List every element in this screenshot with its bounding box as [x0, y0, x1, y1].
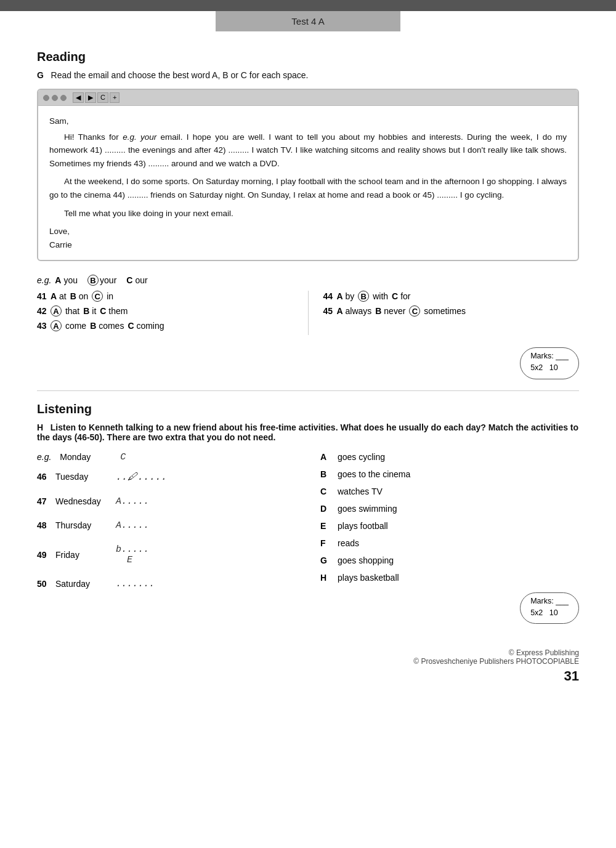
nav-back[interactable]: ◀	[73, 92, 84, 103]
listening-marks-denom: 5x2 10	[530, 608, 557, 617]
answer-41-row: 41 A at B on C in	[37, 291, 293, 302]
listening-letter: H	[37, 422, 43, 432]
match-46-answer: ..🖊.....	[116, 471, 167, 483]
nav-buttons: ◀ ▶ C +	[73, 92, 120, 103]
match-49-day: Friday	[55, 550, 111, 560]
match-eg-answer: C	[120, 452, 126, 462]
header-bar: Test 4 A	[216, 11, 400, 31]
circle-44B: B	[358, 291, 369, 302]
circle-43A: A	[51, 320, 62, 331]
match-47-row: 47 Wednesday A.....	[37, 496, 296, 507]
listening-instruction: H Listen to Kenneth talking to a new fri…	[37, 422, 579, 442]
instruction-letter: G	[37, 70, 44, 80]
footer: © Express Publishing © Prosveshcheniye P…	[37, 648, 579, 666]
answer-44-row: 44 A by B with C for	[323, 291, 580, 302]
activity-F: F reads	[320, 538, 579, 548]
eg-A: A	[55, 275, 61, 285]
eg-C-text: our	[135, 275, 147, 285]
activity-E-text: plays football	[338, 521, 388, 531]
answer-columns: 41 A at B on C in 42 A that B it C them	[37, 291, 579, 335]
activity-D-text: goes swimming	[338, 504, 397, 514]
match-46-day: Tuesday	[55, 472, 111, 482]
email-toolbar: ◀ ▶ C +	[38, 90, 578, 106]
match-46-row: 46 Tuesday ..🖊.....	[37, 471, 296, 483]
matching-days: e.g. Monday C 46 Tuesday ..🖊..... 47 Wed…	[37, 452, 296, 624]
email-para-2: At the weekend, I do some sports. On Sat…	[49, 175, 567, 201]
listening-section: Listening H Listen to Kenneth talking to…	[37, 402, 579, 624]
activity-H-text: plays basketball	[338, 573, 399, 583]
test-title: Test 4 A	[291, 16, 324, 26]
activity-C: C watches TV	[320, 487, 579, 496]
instruction-text: Read the email and choose the best word …	[51, 70, 309, 80]
eg-A-text: you	[63, 275, 78, 285]
match-eg-label: e.g.	[37, 452, 51, 462]
tl-yellow	[52, 95, 58, 101]
reading-marks-box: Marks: ___ 5x2 10	[37, 347, 579, 379]
email-para-3: Tell me what you like doing in your next…	[49, 207, 567, 220]
listening-title: Listening	[37, 402, 579, 416]
match-48-row: 48 Thursday A.....	[37, 520, 296, 531]
page-number: 31	[37, 668, 579, 684]
email-box: ◀ ▶ C + Sam, Hi! Thanks for e.g. your em…	[37, 89, 579, 261]
answer-43-row: 43 A come B comes C coming	[37, 320, 293, 331]
copyright2: © Prosveshcheniye Publishers PHOTOCOPIAB…	[37, 657, 579, 666]
circle-42A: A	[51, 305, 62, 317]
match-eg-day: Monday	[60, 452, 115, 462]
match-47-day: Wednesday	[55, 496, 111, 506]
page: Test 4 A Reading G Read the email and ch…	[0, 0, 616, 848]
circle-45C: C	[409, 305, 420, 317]
divider	[308, 291, 309, 335]
listening-marks-box: Marks: ___ 5x2 10	[320, 592, 579, 624]
activity-A-text: goes cycling	[338, 452, 385, 462]
nav-c[interactable]: C	[97, 92, 108, 103]
traffic-lights	[43, 95, 67, 101]
match-eg-row: e.g. Monday C	[37, 452, 296, 462]
reading-instruction: G Read the email and choose the best wor…	[37, 70, 579, 80]
eg-row: e.g. A you B your C our	[37, 275, 579, 286]
match-50-answer: .......	[116, 579, 155, 589]
reading-section: Reading G Read the email and choose the …	[37, 50, 579, 379]
match-48-answer: A.....	[116, 520, 149, 531]
eg-B-text: your	[100, 275, 116, 285]
reading-title: Reading	[37, 50, 579, 64]
activity-G-text: goes shopping	[338, 555, 394, 565]
eg-C: C	[126, 275, 132, 285]
nav-plus[interactable]: +	[110, 92, 120, 103]
tl-red	[43, 95, 49, 101]
activity-A: A goes cycling	[320, 452, 579, 462]
activity-B-text: goes to the cinema	[338, 469, 410, 479]
activity-F-text: reads	[338, 538, 359, 548]
email-salutation: Sam,	[49, 115, 567, 128]
email-signature: Carrie	[49, 238, 567, 252]
tl-green	[60, 95, 67, 101]
activity-G: G goes shopping	[320, 555, 579, 565]
separator	[37, 390, 579, 391]
activity-E: E plays football	[320, 521, 579, 531]
match-50-row: 50 Saturday .......	[37, 579, 296, 589]
email-body: Sam, Hi! Thanks for e.g. your email. I h…	[38, 106, 578, 260]
activity-H: H plays basketball	[320, 573, 579, 583]
copyright1: © Express Publishing	[37, 648, 579, 657]
listening-text: Listen to Kenneth talking to a new frien…	[37, 422, 578, 442]
activity-D: D goes swimming	[320, 504, 579, 514]
top-strip	[0, 0, 616, 11]
answers-left: 41 A at B on C in 42 A that B it C them	[37, 291, 293, 335]
match-47-answer: A.....	[116, 496, 149, 507]
listening-marks-label: Marks: ___	[530, 597, 569, 605]
email-para-1: Hi! Thanks for e.g. your email. I hope y…	[49, 131, 567, 171]
answers-right: 44 A by B with C for 45 A always B never…	[323, 291, 580, 335]
marks-denom: 5x2 10	[530, 363, 557, 372]
matching-container: e.g. Monday C 46 Tuesday ..🖊..... 47 Wed…	[37, 452, 579, 624]
activity-C-text: watches TV	[338, 487, 383, 496]
circle-41C: C	[92, 291, 103, 302]
matching-activities: A goes cycling B goes to the cinema C wa…	[296, 452, 579, 624]
match-50-day: Saturday	[55, 579, 111, 589]
match-48-day: Thursday	[55, 520, 111, 530]
activity-B: B goes to the cinema	[320, 469, 579, 479]
nav-forward[interactable]: ▶	[85, 92, 96, 103]
eg-B-circle: B	[87, 275, 99, 286]
listening-marks: Marks: ___ 5x2 10	[520, 592, 579, 624]
answer-45-row: 45 A always B never C sometimes	[323, 305, 580, 317]
content: Reading G Read the email and choose the …	[0, 31, 616, 709]
eg-label: e.g.	[37, 275, 51, 285]
